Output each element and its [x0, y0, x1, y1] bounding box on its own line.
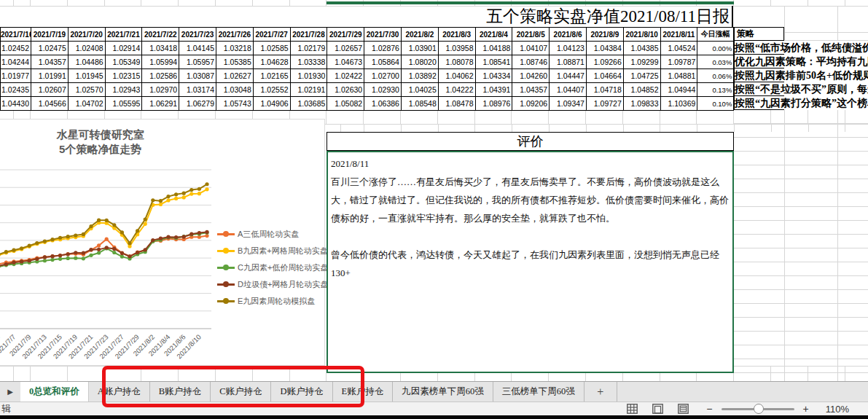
date-column-header[interactable]: 2021/8/6: [550, 28, 587, 42]
net-value-cell[interactable]: 1.09206: [512, 97, 550, 111]
date-column-header[interactable]: 2021/7/27: [253, 28, 290, 42]
net-value-cell[interactable]: 1.04881: [660, 69, 697, 83]
zoom-slider[interactable]: [722, 404, 794, 414]
strategy-cell[interactable]: 优化九因素策略：平均持有九因素: [735, 55, 868, 68]
net-value-cell[interactable]: 1.01977: [1, 69, 31, 83]
strategy-cell[interactable]: 按照“低市场价格，低纯债溢价率: [735, 41, 868, 55]
strategy-column-header[interactable]: 策略: [734, 27, 784, 41]
net-value-cell[interactable]: 1.08541: [475, 55, 512, 69]
net-value-cell[interactable]: 1.03087: [179, 69, 216, 83]
net-value-cell[interactable]: 1.01930: [290, 69, 327, 83]
report-title[interactable]: 五个策略实盘净值2021/08/11日报: [0, 6, 733, 27]
date-column-header[interactable]: 2021/8/10: [623, 28, 660, 42]
strategy-cell[interactable]: 按照九因素排前50名+低价规则平均: [735, 68, 868, 82]
net-value-cell[interactable]: 1.02165: [253, 69, 290, 83]
net-value-cell[interactable]: 1.02630: [327, 83, 364, 97]
date-column-header[interactable]: 2021/8/9: [586, 28, 623, 42]
net-value-cell[interactable]: 1.04430: [1, 97, 31, 111]
net-value-cell[interactable]: 1.03901: [401, 42, 438, 55]
date-column-header[interactable]: 2021/7/22: [142, 28, 179, 42]
date-column-header[interactable]: 2021/7/16: [1, 28, 31, 42]
net-value-cell[interactable]: 1.05994: [142, 55, 179, 69]
net-value-cell[interactable]: 1.04391: [475, 83, 512, 97]
net-value-cell[interactable]: 1.03218: [216, 42, 253, 55]
net-value-cell[interactable]: 1.02179: [290, 42, 327, 55]
net-value-cell[interactable]: 1.05349: [105, 55, 142, 69]
sheet-nav-right-icon[interactable]: ▶: [0, 382, 20, 402]
net-value-cell[interactable]: 1.04566: [31, 97, 69, 111]
net-value-cell[interactable]: 1.02943: [105, 83, 142, 97]
net-value-cell[interactable]: 1.04628: [253, 55, 290, 69]
net-value-cell[interactable]: 1.03685: [290, 97, 327, 111]
net-value-cell[interactable]: 1.08020: [401, 55, 438, 69]
sheet-tab[interactable]: 九因素榜单下周60强: [393, 382, 493, 402]
net-value-cell[interactable]: 1.02876: [364, 42, 402, 55]
net-value-cell[interactable]: 1.10369: [660, 97, 697, 111]
net-value-cell[interactable]: 1.03338: [290, 55, 327, 69]
net-value-chart[interactable]: 水星可转债研究室 5个策略净值走势 2021/7/12021/7/52021/7…: [0, 119, 325, 366]
zoom-slider-thumb[interactable]: [754, 404, 764, 414]
net-value-cell[interactable]: 1.09727: [586, 97, 623, 111]
net-value-cell[interactable]: 1.04664: [586, 69, 623, 83]
net-value-cell[interactable]: 1.08976: [475, 97, 512, 111]
zoom-level-label[interactable]: 110%: [826, 404, 849, 415]
net-value-cell[interactable]: 1.02570: [68, 83, 105, 97]
net-value-cell[interactable]: 1.04222: [438, 83, 475, 97]
net-value-cell[interactable]: 1.05082: [327, 97, 364, 111]
strategy-cell[interactable]: 按照“九因素打分策略”这个榜单: [735, 96, 868, 110]
net-value-cell[interactable]: 1.02552: [253, 83, 290, 97]
zoom-in-button[interactable]: +: [803, 404, 809, 414]
net-value-cell[interactable]: 1.03048: [216, 83, 253, 97]
net-value-cell[interactable]: 1.04062: [438, 69, 475, 83]
net-value-cell[interactable]: 1.08478: [438, 97, 475, 111]
net-value-cell[interactable]: 1.04357: [31, 55, 69, 69]
net-value-cell[interactable]: 1.09833: [623, 97, 660, 111]
daily-change-cell[interactable]: 0.10%: [697, 97, 734, 111]
date-column-header[interactable]: 2021/8/3: [438, 28, 475, 42]
net-value-cell[interactable]: 1.08871: [550, 55, 587, 69]
zoom-out-button[interactable]: −: [706, 404, 712, 414]
net-value-cell[interactable]: 1.04718: [586, 83, 623, 97]
date-column-header[interactable]: 2021/8/4: [475, 28, 512, 42]
date-column-header[interactable]: 2021/7/21: [105, 28, 142, 42]
net-value-cell[interactable]: 1.08548: [401, 97, 438, 111]
net-value-cell[interactable]: 1.04025: [401, 83, 438, 97]
net-value-cell[interactable]: 1.06386: [364, 97, 402, 111]
net-value-cell[interactable]: 1.02700: [364, 69, 402, 83]
net-value-cell[interactable]: 1.02315: [105, 69, 142, 83]
net-value-cell[interactable]: 1.05864: [364, 55, 402, 69]
date-column-header[interactable]: 2021/8/5: [512, 28, 550, 42]
net-value-cell[interactable]: 1.04725: [623, 69, 660, 83]
daily-change-cell[interactable]: 0.00%: [697, 42, 734, 55]
net-value-table[interactable]: 2021/7/162021/7/192021/7/202021/7/212021…: [0, 27, 734, 111]
sheet-tab-active[interactable]: 0总览和评价: [20, 382, 89, 402]
date-column-header[interactable]: 2021/7/19: [31, 28, 69, 42]
net-value-cell[interactable]: 1.02586: [142, 69, 179, 83]
net-value-cell[interactable]: 1.03174: [179, 83, 216, 97]
net-value-cell[interactable]: 1.05595: [105, 97, 142, 111]
net-value-cell[interactable]: 1.04852: [623, 83, 660, 97]
evaluation-header[interactable]: 评价: [327, 132, 734, 151]
net-value-cell[interactable]: 1.04357: [512, 83, 550, 97]
net-value-cell[interactable]: 1.09347: [550, 97, 587, 111]
net-value-cell[interactable]: 1.04673: [327, 55, 364, 69]
date-column-header[interactable]: 2021/7/28: [290, 28, 327, 42]
net-value-cell[interactable]: 1.02914: [105, 42, 142, 55]
net-value-cell[interactable]: 1.02970: [142, 83, 179, 97]
evaluation-textbox[interactable]: 2021/8/11 百川三个涨停了……有星友后悔买少了，有星友后悔卖早了。不要后…: [327, 151, 734, 373]
add-sheet-button[interactable]: +: [584, 382, 617, 402]
net-value-cell[interactable]: 1.02475: [31, 42, 69, 55]
date-column-header[interactable]: 2021/8/2: [401, 28, 438, 42]
net-value-cell[interactable]: 1.04123: [550, 42, 587, 55]
daily-change-cell[interactable]: 0.06%: [697, 69, 734, 83]
net-value-cell[interactable]: 1.04944: [660, 83, 697, 97]
page-break-view-icon[interactable]: [677, 404, 689, 415]
net-value-cell[interactable]: 1.08078: [438, 55, 475, 69]
date-column-header[interactable]: 2021/7/30: [364, 28, 402, 42]
net-value-cell[interactable]: 1.04486: [68, 55, 105, 69]
date-column-header[interactable]: 2021/7/20: [68, 28, 105, 42]
strategy-cell[interactable]: 按照“不是垃圾不买”原则，每天: [735, 82, 868, 96]
net-value-cell[interactable]: 1.03418: [142, 42, 179, 55]
net-value-cell[interactable]: 1.02930: [364, 83, 402, 97]
page-layout-view-icon[interactable]: [652, 404, 663, 415]
